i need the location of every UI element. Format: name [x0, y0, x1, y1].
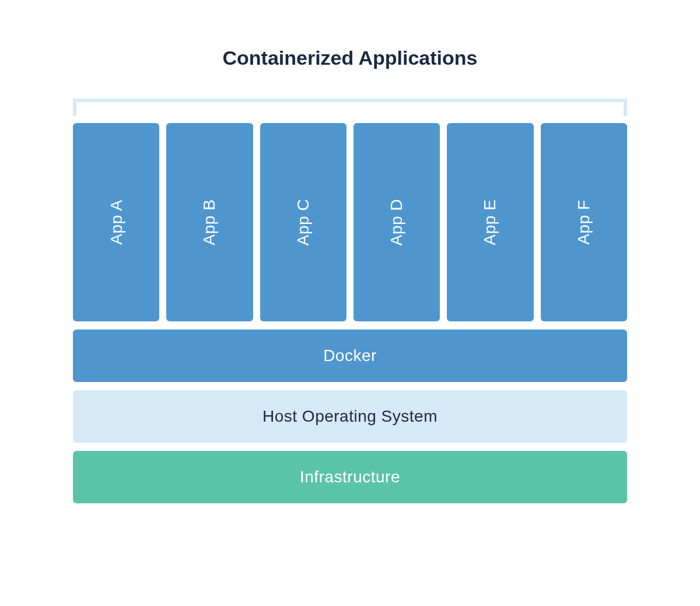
app-box-c: App C: [260, 123, 346, 321]
app-box-b: App B: [166, 123, 253, 321]
layer-host: Host Operating System: [73, 390, 627, 443]
app-label: App E: [481, 199, 499, 246]
app-box-e: App E: [447, 123, 533, 321]
app-box-d: App D: [354, 123, 440, 321]
apps-row: App A App B App C App D App E App F: [73, 123, 627, 321]
app-label: App F: [575, 199, 593, 244]
app-label: App A: [107, 199, 125, 244]
apps-bracket: [73, 99, 627, 116]
diagram-title: Containerized Applications: [222, 47, 477, 69]
app-label: App D: [387, 199, 406, 246]
diagram-container: App A App B App C App D App E App F Dock…: [73, 99, 627, 503]
layer-docker: Docker: [73, 330, 627, 382]
app-box-f: App F: [541, 123, 627, 321]
app-label: App B: [200, 199, 219, 246]
layer-infrastructure: Infrastructure: [73, 451, 627, 503]
app-label: App C: [294, 199, 313, 246]
app-box-a: App A: [73, 123, 159, 321]
